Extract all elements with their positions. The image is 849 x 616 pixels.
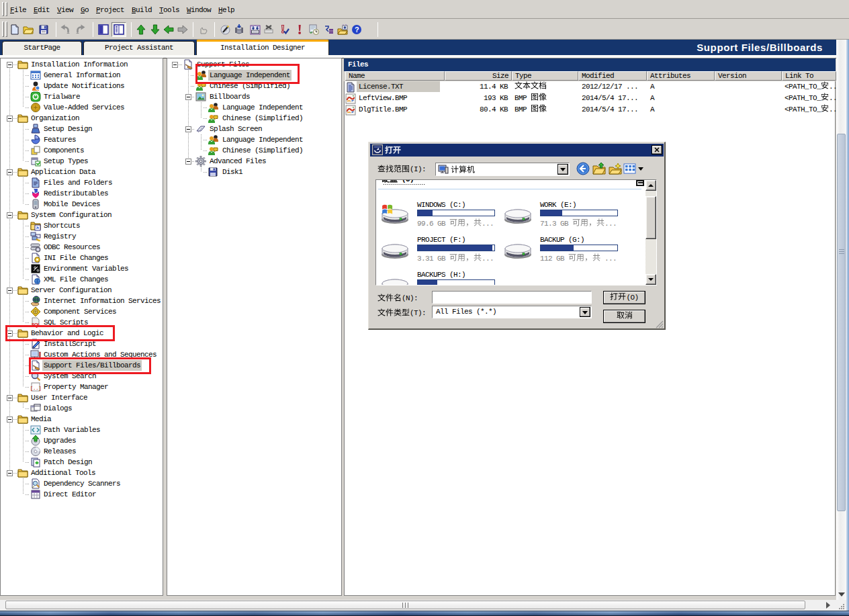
svg-text:[..]: [..] [30,385,41,391]
svg-text:?: ? [355,26,359,34]
